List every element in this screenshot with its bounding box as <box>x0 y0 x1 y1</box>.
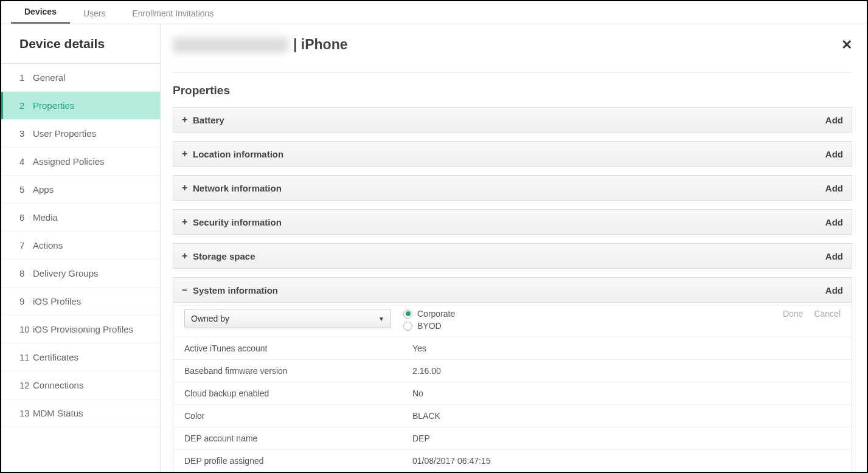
accordion-item-security-information: +Security informationAdd <box>173 209 852 235</box>
accordion-header[interactable]: –System informationAdd <box>173 278 852 302</box>
sidebar-item-properties[interactable]: 2Properties <box>1 92 160 120</box>
add-button[interactable]: Add <box>825 115 843 125</box>
radio-icon <box>403 309 412 319</box>
section-heading-properties: Properties <box>173 84 852 97</box>
collapse-icon: – <box>182 285 193 295</box>
add-button[interactable]: Add <box>825 285 843 295</box>
property-row[interactable]: Cloud backup enabledNo <box>173 382 852 405</box>
accordion-title: System information <box>193 285 278 295</box>
device-identifier-redacted <box>173 37 288 53</box>
add-button[interactable]: Add <box>825 217 843 227</box>
accordion-header[interactable]: +Storage spaceAdd <box>173 244 852 268</box>
sidebar-item-label: MDM Status <box>33 408 83 418</box>
accordion-header[interactable]: +Network informationAdd <box>173 176 852 200</box>
expand-icon: + <box>182 216 193 227</box>
tab-enrollment-invitations[interactable]: Enrollment Invitations <box>119 2 227 24</box>
tab-devices[interactable]: Devices <box>11 1 70 24</box>
chevron-down-icon: ▼ <box>378 316 384 322</box>
sidebar-item-number: 1 <box>19 72 33 83</box>
sidebar-item-number: 2 <box>19 100 33 111</box>
property-label: Color <box>184 411 412 421</box>
sidebar-item-general[interactable]: 1General <box>1 64 160 92</box>
property-row[interactable]: Baseband firmware version2.16.00 <box>173 360 852 382</box>
sidebar-item-label: Delivery Groups <box>33 268 99 278</box>
cancel-button[interactable]: Cancel <box>814 309 841 319</box>
accordion-item-location-information: +Location informationAdd <box>173 141 852 167</box>
sidebar-item-number: 3 <box>19 128 33 139</box>
add-button[interactable]: Add <box>825 149 843 159</box>
sidebar: Device details 1General2Properties3User … <box>1 24 161 472</box>
accordion-body: Owned by▼CorporateBYODDoneCancelActive i… <box>173 302 852 472</box>
top-tabs: DevicesUsersEnrollment Invitations <box>1 1 867 24</box>
tab-users[interactable]: Users <box>70 2 119 24</box>
property-label: DEP profile assigned <box>184 456 412 466</box>
sidebar-item-label: General <box>33 72 65 83</box>
radio-option-byod[interactable]: BYOD <box>403 321 720 331</box>
dropdown-label: Owned by <box>191 314 229 323</box>
page-title: | iPhone <box>293 36 348 53</box>
sidebar-item-apps[interactable]: 5Apps <box>1 176 160 204</box>
expand-icon: + <box>182 250 193 261</box>
sidebar-item-label: Properties <box>33 100 74 111</box>
sidebar-item-ios-profiles[interactable]: 9iOS Profiles <box>1 288 160 316</box>
radio-label: Corporate <box>417 309 455 319</box>
expand-icon: + <box>182 148 193 159</box>
add-button[interactable]: Add <box>825 183 843 193</box>
sidebar-item-number: 12 <box>19 380 33 390</box>
sidebar-item-actions[interactable]: 7Actions <box>1 232 160 260</box>
property-value: DEP <box>412 433 841 443</box>
accordion-title: Battery <box>193 115 224 125</box>
accordion-title: Location information <box>193 149 283 159</box>
accordion-title: Security information <box>193 217 282 227</box>
owned-by-dropdown[interactable]: Owned by▼ <box>184 309 391 328</box>
sidebar-item-label: User Properties <box>33 128 96 139</box>
property-label: Cloud backup enabled <box>184 388 412 398</box>
sidebar-item-assigned-policies[interactable]: 4Assigned Policies <box>1 148 160 176</box>
add-button[interactable]: Add <box>825 251 843 261</box>
property-value: Yes <box>412 344 841 353</box>
sidebar-item-mdm-status[interactable]: 13MDM Status <box>1 399 160 427</box>
radio-option-corporate[interactable]: Corporate <box>403 309 720 319</box>
sidebar-item-label: Actions <box>33 240 63 250</box>
sidebar-item-number: 6 <box>19 212 33 223</box>
property-value: No <box>412 388 841 398</box>
edit-actions: DoneCancel <box>783 309 841 319</box>
property-row[interactable]: Active iTunes accountYes <box>173 337 852 360</box>
accordion-item-storage-space: +Storage spaceAdd <box>173 243 852 269</box>
sidebar-item-ios-provisioning-profiles[interactable]: 10iOS Provisioning Profiles <box>1 316 160 344</box>
sidebar-item-media[interactable]: 6Media <box>1 204 160 232</box>
sidebar-item-number: 8 <box>19 268 33 278</box>
property-row[interactable]: DEP profile assigned01/08/2017 06:47:15 <box>173 450 852 472</box>
property-row[interactable]: DEP account nameDEP <box>173 427 852 450</box>
accordion-title: Storage space <box>193 251 255 261</box>
sidebar-item-label: Apps <box>33 184 54 195</box>
radio-icon <box>403 322 412 331</box>
property-label: Active iTunes account <box>184 344 412 353</box>
sidebar-item-delivery-groups[interactable]: 8Delivery Groups <box>1 260 160 288</box>
close-icon[interactable]: ✕ <box>841 37 852 53</box>
radio-label: BYOD <box>417 321 442 331</box>
accordion-title: Network information <box>193 183 282 193</box>
sidebar-item-connections[interactable]: 12Connections <box>1 371 160 399</box>
sidebar-item-number: 10 <box>19 324 33 334</box>
owned-by-edit-row: Owned by▼CorporateBYODDoneCancel <box>173 303 852 337</box>
accordion-header[interactable]: +BatteryAdd <box>173 108 852 132</box>
expand-icon: + <box>182 114 193 125</box>
property-row[interactable]: ColorBLACK <box>173 405 852 427</box>
sidebar-item-certificates[interactable]: 11Certificates <box>1 344 160 371</box>
sidebar-item-label: Certificates <box>33 352 78 362</box>
sidebar-item-number: 7 <box>19 240 33 250</box>
done-button[interactable]: Done <box>783 309 803 319</box>
sidebar-item-label: Media <box>33 212 58 223</box>
sidebar-item-number: 13 <box>19 408 33 418</box>
sidebar-item-number: 9 <box>19 296 33 306</box>
property-label: Baseband firmware version <box>184 366 412 376</box>
sidebar-item-label: Connections <box>33 380 83 390</box>
accordion-header[interactable]: +Location informationAdd <box>173 142 852 166</box>
expand-icon: + <box>182 182 193 193</box>
main-panel: | iPhone ✕ Properties +BatteryAdd+Locati… <box>161 24 867 472</box>
sidebar-item-user-properties[interactable]: 3User Properties <box>1 120 160 148</box>
accordion-header[interactable]: +Security informationAdd <box>173 210 852 234</box>
accordion-item-system-information: –System informationAddOwned by▼Corporate… <box>173 277 852 472</box>
sidebar-item-label: iOS Profiles <box>33 296 81 306</box>
